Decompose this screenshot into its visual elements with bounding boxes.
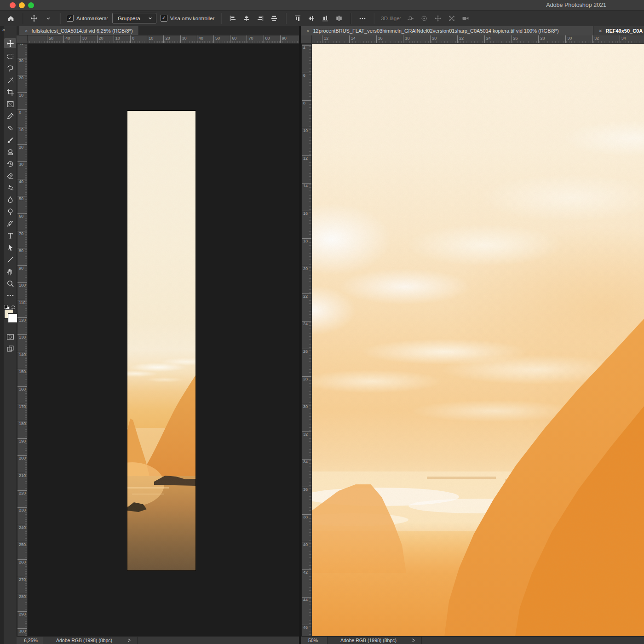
edit-toolbar[interactable] [4,291,16,299]
align-left-edges-icon[interactable] [228,13,238,23]
home-icon[interactable] [6,13,16,23]
separator [286,13,286,24]
automarkera-checkbox[interactable]: ✓ [67,15,74,22]
quick-mask-mode-button[interactable] [4,333,16,341]
crop-tool[interactable] [4,88,16,96]
eraser-tool[interactable] [4,172,16,180]
tab-close-icon[interactable]: × [306,28,309,34]
ruler-corner[interactable] [17,35,28,44]
pen-tool[interactable] [4,219,16,228]
gruppera-dropdown[interactable]: Gruppera [112,13,156,23]
distribute-vertical-centers-icon[interactable] [269,13,279,23]
document-tab[interactable]: × fullskaletest_C0A5014.tif vid 6,25% (R… [19,26,139,35]
automarkera-label: Automarkera: [76,16,108,21]
color-profile-segment[interactable]: Adobe RGB (1998) (8bpc) > [43,637,138,644]
status-chevron-icon[interactable]: > [412,637,415,644]
3d-slide-icon[interactable] [447,13,457,23]
ruler-label: 30 [565,35,572,44]
ruler-label: 34 [620,35,626,44]
ruler-label: 150 [17,369,27,374]
close-window-button[interactable] [10,2,16,8]
zoom-window-button[interactable] [28,2,34,8]
left-canvas[interactable] [28,44,299,636]
app-title: Adobe Photoshop 2021 [546,2,606,8]
document-tab[interactable]: ×REF40x50_C0A [593,26,644,35]
ruler-label: 50 [213,35,220,44]
left-vertical-ruler[interactable]: 4030201001020304050607080901001101201301… [17,44,28,636]
lasso-tool[interactable] [4,64,16,72]
tab-close-icon[interactable]: × [25,28,28,34]
ellipsis-icon[interactable] [357,13,368,23]
chevron-down-icon [148,16,153,21]
ruler-label: 10 [147,35,153,44]
document-tab[interactable]: ×12procentBRUS_FLAT_vers03himmeln_GRAINd… [301,26,593,35]
hand-tool[interactable] [4,267,16,276]
3d-pan-icon[interactable] [433,13,443,23]
background-color-swatch[interactable] [8,314,17,322]
chevron-down-icon[interactable] [43,13,53,23]
frame-tool[interactable] [4,100,16,108]
3d-orbit-icon[interactable] [405,13,415,23]
right-vertical-ruler[interactable]: 4681012141618202224262830323436384042444… [302,44,312,636]
path-selection-tool[interactable] [4,243,16,252]
status-chevron-icon[interactable]: > [128,637,131,644]
eyedropper-tool[interactable] [4,112,16,120]
align-bottom-edges-icon[interactable] [320,13,330,23]
ruler-label: 10 [114,35,120,44]
align-right-edges-icon[interactable] [255,13,265,23]
panel-rail [0,26,4,644]
rectangular-marquee-tool[interactable] [4,52,16,60]
separator [221,13,221,24]
line-tool[interactable] [4,255,16,264]
right-horizontal-ruler[interactable]: 12141618202224262830323436 [312,35,644,44]
visa-omv-kontroller-checkbox[interactable]: ✓ [161,15,167,22]
ruler-label: 70 [247,35,253,44]
left-horizontal-ruler[interactable]: 50403020100102030405060708090 [28,35,299,44]
ruler-label: 30 [302,404,311,409]
3d-camera-icon[interactable] [460,13,471,23]
minimize-window-button[interactable] [19,2,25,8]
dodge-tool[interactable] [4,207,16,216]
spot-healing-brush-tool[interactable] [4,124,16,132]
ruler-label: 230 [17,507,27,513]
ruler-label: 36 [302,487,311,492]
left-statusbar: 6,25% Adobe RGB (1998) (8bpc) > [17,636,299,644]
3d-roll-icon[interactable] [419,13,429,23]
pane-divider[interactable] [299,26,301,644]
history-brush-tool[interactable] [4,160,16,168]
tab-close-icon[interactable]: × [599,28,602,34]
align-horizontal-centers-icon[interactable] [242,13,252,23]
left-document-image[interactable] [127,111,196,570]
zoom-tool[interactable] [4,279,16,288]
ruler-label: 10 [17,92,27,98]
brush-tool[interactable] [4,136,16,144]
ruler-label: 16 [302,211,311,216]
clone-stamp-tool[interactable] [4,148,16,156]
ruler-corner[interactable] [301,35,312,44]
ruler-label: 24 [484,35,491,44]
right-document-image[interactable] [312,44,644,636]
ruler-label: 60 [17,213,27,219]
align-vertical-centers-icon[interactable] [306,13,316,23]
ruler-label: 220 [17,490,27,496]
zoom-level-field[interactable]: 6,25% [17,637,43,644]
toolbar-expander[interactable]: » [2,27,5,32]
blur-tool[interactable] [4,196,16,204]
move-tool[interactable] [4,38,16,48]
toolbar [4,26,17,644]
type-tool[interactable] [4,231,16,240]
ruler-label: 80 [17,248,27,253]
ruler-label: 100 [17,282,27,288]
ruler-label: 10 [17,127,27,132]
paint-bucket-tool[interactable] [4,184,16,192]
move-tool-preset-icon[interactable] [29,13,39,23]
screen-mode-button[interactable] [4,345,16,353]
photoshop-window: { "window": { "title": "Adobe Photoshop … [0,0,644,644]
ruler-label: 12 [302,155,311,161]
color-profile-segment[interactable]: Adobe RGB (1998) (8bpc) > [328,637,422,644]
quick-selection-tool[interactable] [4,76,16,84]
distribute-horizontal-centers-icon[interactable] [334,13,344,23]
mode-3d-icons-group [405,13,471,23]
zoom-level-field[interactable]: 50% [301,637,328,644]
align-top-edges-icon[interactable] [293,13,303,23]
